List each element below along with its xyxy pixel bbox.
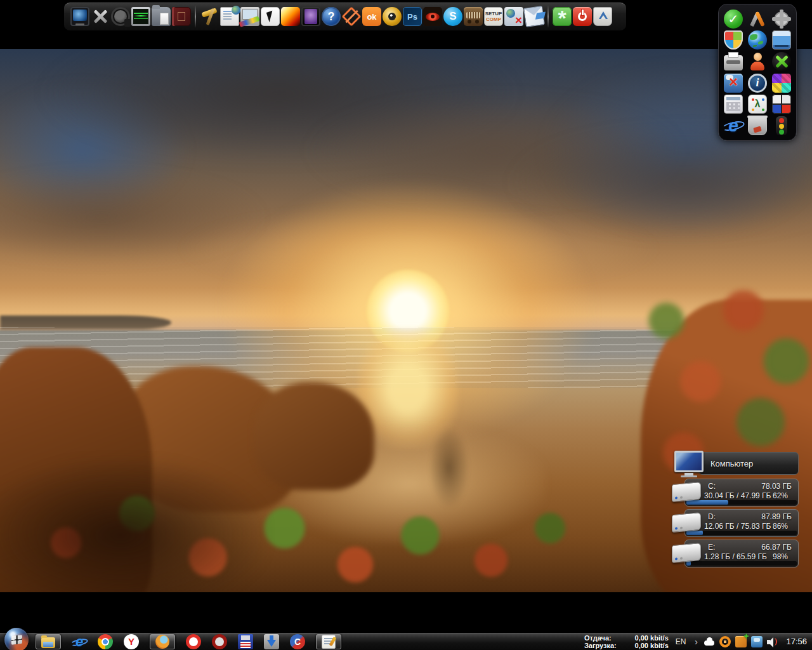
color-gradient-icon[interactable] [281, 7, 300, 26]
info-icon[interactable]: i [748, 74, 767, 93]
drive-c[interactable]: C: 78.03 ГБ 30.04 ГБ / 47.99 ГБ 62% [674, 479, 799, 507]
drive-usage: 12.06 ГБ / 75.83 ГБ [704, 522, 771, 531]
wireframe-shape-icon[interactable] [342, 7, 361, 26]
download-label: Загрузка: [584, 642, 617, 649]
network-monitor: Отдача: 0,00 kbit/s Загрузка: 0,00 kbit/… [584, 634, 669, 649]
rubik-cube-icon[interactable] [772, 95, 791, 114]
gear-icon[interactable] [772, 10, 791, 29]
hard-drive-icon[interactable] [772, 30, 791, 50]
checkmark-icon[interactable] [724, 10, 743, 29]
language-indicator[interactable]: EN [674, 637, 688, 646]
drive-bar-fill [686, 531, 703, 535]
drive-total: 66.87 ГБ [761, 543, 792, 552]
system-tray: › [693, 636, 778, 647]
support-agent-icon[interactable] [748, 52, 767, 71]
dock-separator [547, 5, 549, 28]
security-shield-icon[interactable] [724, 30, 743, 50]
drive-letter: C: [708, 482, 716, 491]
odnoklassniki-icon[interactable]: ok [362, 7, 381, 26]
webcam-icon[interactable] [383, 7, 402, 26]
usb-device-tray-icon[interactable] [751, 636, 763, 647]
taskbar: e Y C Отдача: 0,00 kbit/s Загрузка: 0,00… [0, 632, 812, 650]
recycle-bin-icon[interactable] [593, 7, 612, 26]
game-center-icon[interactable] [91, 7, 110, 26]
trash-icon[interactable] [748, 116, 767, 135]
photoshop-icon[interactable]: Ps [403, 7, 422, 26]
pc-setup-icon[interactable] [240, 7, 259, 26]
internet-globe-icon[interactable] [748, 30, 767, 50]
drive-percent: 62% [773, 491, 788, 500]
xbox-games-icon[interactable] [772, 52, 791, 71]
drive-bar [686, 500, 797, 505]
drive-total: 87.89 ГБ [761, 512, 792, 521]
cloud-tray-icon[interactable] [704, 636, 715, 647]
download-manager-icon[interactable] [264, 634, 279, 649]
notepad-button[interactable] [316, 634, 341, 649]
expand-chevron-icon[interactable]: › [693, 636, 699, 647]
opera-dark-icon[interactable] [212, 634, 227, 649]
drive-e[interactable]: E: 66.87 ГБ 1.28 ГБ / 65.59 ГБ 98% [674, 540, 799, 567]
computer-header[interactable]: Компьютер [674, 451, 799, 476]
quick-launch: e Y C [36, 634, 341, 649]
settings-tools-icon[interactable] [748, 10, 767, 29]
lambda-dice-icon[interactable]: λ [748, 95, 767, 114]
dark-foreground [0, 459, 266, 592]
printer-icon[interactable] [724, 55, 743, 70]
chrome-icon[interactable] [98, 634, 113, 649]
cursor-settings-icon[interactable] [261, 7, 280, 26]
drive-bar-fill [686, 500, 728, 505]
drive-d[interactable]: D: 87.89 ГБ 12.06 ГБ / 75.83 ГБ 86% [674, 509, 799, 537]
drive-percent: 98% [773, 552, 788, 561]
drive-usage: 30.04 ГБ / 47.99 ГБ [704, 491, 771, 500]
save-floppy-icon[interactable] [238, 634, 253, 649]
notepad-icon [322, 635, 336, 649]
drive-percent: 86% [773, 522, 788, 531]
app-dock: ? ok Ps S SETUP COMP [63, 2, 627, 31]
drive-bar-fill [686, 561, 691, 566]
firefox-button[interactable] [150, 634, 175, 649]
traffic-light-icon[interactable] [776, 116, 787, 135]
computer-icon [674, 451, 704, 477]
radio-player-icon[interactable] [464, 7, 483, 26]
dock-separator [195, 5, 196, 28]
drive-bar [686, 531, 797, 535]
my-computer-icon[interactable] [70, 7, 89, 26]
internet-explorer-icon[interactable]: e [724, 116, 743, 135]
internet-explorer-icon[interactable]: e [72, 634, 87, 649]
computer-widget: Компьютер C: 78.03 ГБ 30.04 ГБ / 47.99 Г… [674, 451, 799, 567]
upload-label: Отдача: [584, 634, 617, 642]
hard-drive-icon [672, 482, 701, 502]
download-value: 0,00 kbit/s [622, 642, 669, 649]
hard-drive-icon [672, 512, 701, 533]
skype-icon[interactable]: S [443, 7, 462, 26]
setup-comp-icon[interactable]: SETUP COMP [484, 7, 503, 26]
restart-icon[interactable] [553, 7, 572, 26]
uninstaller-icon[interactable] [504, 7, 523, 26]
file-explorer-button[interactable] [36, 634, 61, 649]
volume-tray-icon[interactable] [767, 636, 778, 647]
help-documents-icon[interactable] [220, 7, 239, 26]
mail-client-icon[interactable] [523, 6, 545, 27]
image-viewer-icon[interactable] [423, 7, 442, 26]
orange-ring-tray-icon[interactable] [719, 636, 731, 647]
tablet-reader-icon[interactable] [301, 7, 320, 26]
shutdown-icon[interactable] [573, 7, 592, 26]
folder-icon [41, 637, 55, 648]
clock[interactable]: 17:56 [783, 637, 807, 646]
upload-value: 0,00 kbit/s [622, 634, 669, 642]
package-update-tray-icon[interactable] [735, 636, 747, 647]
start-button[interactable] [4, 628, 29, 650]
puzzle-blocks-icon[interactable] [772, 74, 791, 93]
ccleaner-icon[interactable]: C [290, 634, 305, 649]
system-monitor-icon[interactable] [131, 7, 150, 26]
help-icon[interactable]: ? [322, 7, 341, 26]
calculator-icon[interactable] [724, 95, 743, 114]
yandex-browser-icon[interactable]: Y [124, 634, 139, 649]
clock-watch-icon[interactable] [111, 7, 130, 26]
drive-usage: 1.28 ГБ / 65.59 ГБ [704, 552, 767, 561]
uninstall-box-icon[interactable] [724, 74, 743, 93]
dictionary-book-icon[interactable] [172, 7, 191, 26]
documents-folder-icon[interactable] [152, 7, 171, 26]
opera-icon[interactable] [186, 634, 201, 649]
repair-tools-icon[interactable] [200, 7, 219, 26]
